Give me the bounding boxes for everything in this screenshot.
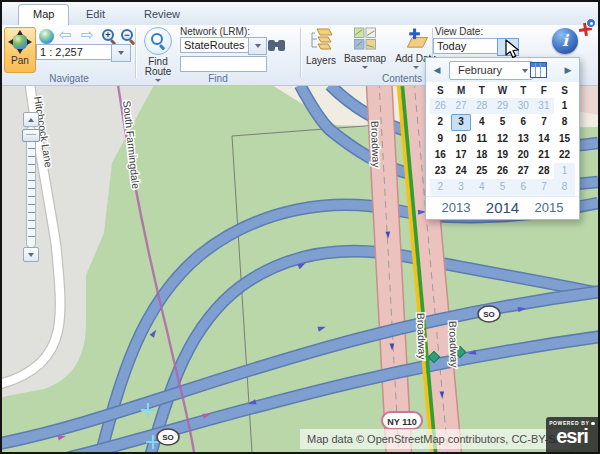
svg-text:NY 110: NY 110 (387, 417, 416, 427)
calendar-date[interactable]: 8 (554, 179, 575, 195)
calendar-date[interactable]: 22 (554, 147, 575, 163)
calendar-day-header: T (471, 83, 492, 98)
svg-text:SO: SO (483, 310, 495, 319)
map-zoom-slider[interactable] (22, 112, 39, 262)
route-search-input[interactable] (180, 56, 267, 72)
calendar-date[interactable]: 15 (554, 131, 575, 147)
calendar-date[interactable]: 19 (492, 147, 513, 163)
zoom-slider-down-button[interactable] (23, 247, 39, 262)
road-label-broadway: Broadway (369, 121, 383, 169)
binoculars-icon[interactable] (268, 38, 286, 51)
calendar-date[interactable]: 27 (513, 163, 534, 179)
calendar-year[interactable]: 2013 (441, 200, 470, 215)
layers-button[interactable]: Layers (303, 27, 339, 66)
chevron-down-icon (362, 66, 368, 69)
calendar-day-header: F (534, 83, 555, 98)
calendar-grid-icon[interactable] (530, 62, 547, 78)
group-label-find: Find (136, 73, 300, 84)
calendar-date[interactable]: 7 (534, 179, 555, 195)
calendar-date[interactable]: 1 (554, 98, 575, 114)
calendar-date[interactable]: 14 (534, 131, 555, 147)
info-button[interactable]: i (552, 28, 578, 54)
svg-text:SO: SO (162, 433, 174, 442)
calendar-date[interactable]: 5 (492, 179, 513, 195)
calendar-date[interactable]: 28 (471, 98, 492, 114)
calendar-date[interactable]: 3 (451, 179, 472, 195)
calendar-month-label: February (458, 64, 502, 76)
tab-bar: Map Edit Review (2, 2, 598, 26)
calendar-date[interactable]: 4 (471, 179, 492, 195)
pan-button[interactable]: Pan (4, 27, 36, 73)
map-attribution: Map data © OpenStreetMap contributors, C… (300, 429, 570, 449)
calendar-date[interactable]: 28 (534, 163, 555, 179)
calendar-date[interactable]: 26 (492, 163, 513, 179)
road-label-broadway: Broadway (447, 321, 461, 369)
zoom-slider-handle[interactable] (22, 129, 40, 142)
calendar-date[interactable]: 21 (534, 147, 555, 163)
zoom-slider-ticks (28, 148, 35, 242)
calendar-next-month-button[interactable]: ▶ (562, 63, 574, 77)
calendar-date[interactable]: 24 (451, 163, 472, 179)
pan-globe-icon (9, 31, 31, 53)
tab-edit[interactable]: Edit (72, 5, 119, 24)
calendar-date[interactable]: 12 (492, 131, 513, 147)
calendar-day-header: S (430, 83, 451, 98)
zoom-out-icon[interactable]: − (121, 29, 136, 44)
calendar-date[interactable]: 16 (430, 147, 451, 163)
tab-review[interactable]: Review (130, 5, 194, 24)
group-separator (300, 28, 301, 78)
full-extent-globe-icon[interactable] (39, 29, 54, 44)
calendar-date[interactable]: 20 (513, 147, 534, 163)
zoom-in-icon[interactable]: + (102, 29, 117, 44)
calendar-date[interactable]: 6 (513, 179, 534, 195)
network-select[interactable]: StateRoutes (180, 37, 250, 53)
calendar-date[interactable]: 4 (471, 114, 492, 130)
calendar-prev-month-button[interactable]: ◀ (431, 63, 443, 77)
basemap-icon (353, 27, 377, 51)
previous-extent-icon[interactable]: ⇦ (59, 26, 72, 44)
network-lrm-label: Network (LRM): (180, 26, 250, 37)
find-route-button[interactable]: Find Route (141, 27, 175, 79)
calendar-year[interactable]: 2015 (535, 200, 564, 215)
calendar-date[interactable]: 11 (471, 131, 492, 147)
scale-dropdown-button[interactable] (111, 44, 131, 62)
route-shield-ny110: NY 110 (382, 412, 422, 429)
calendar-date[interactable]: 5 (492, 114, 513, 130)
calendar-day-headers: SMTWTFS (430, 83, 575, 98)
calendar-date[interactable]: 13 (513, 131, 534, 147)
calendar-date[interactable]: 1 (554, 163, 575, 179)
layers-icon (308, 27, 334, 53)
calendar-date[interactable]: 8 (554, 114, 575, 130)
zoom-slider-up-button[interactable] (23, 112, 39, 127)
route-tool-icon[interactable] (578, 22, 594, 38)
calendar-date[interactable]: 30 (513, 98, 534, 114)
calendar-date[interactable]: 25 (471, 163, 492, 179)
tab-map[interactable]: Map (18, 4, 69, 27)
calendar-date[interactable]: 17 (451, 147, 472, 163)
calendar-date[interactable]: 26 (430, 98, 451, 114)
network-dropdown-button[interactable] (248, 37, 267, 55)
basemap-button[interactable]: Basemap (342, 27, 388, 69)
calendar-date[interactable]: 18 (471, 147, 492, 163)
calendar-grid: 2627282930311234567891011121314151617181… (430, 98, 575, 196)
view-date-input[interactable]: Today (433, 38, 499, 54)
next-extent-icon[interactable]: ⇨ (81, 26, 94, 44)
scale-input[interactable]: 1 : 2,257 (36, 44, 116, 60)
calendar-date[interactable]: 3 (451, 114, 472, 130)
calendar-date[interactable]: 2 (430, 179, 451, 195)
calendar-month-select[interactable]: February (449, 61, 533, 80)
calendar-year-selected[interactable]: 2014 (486, 199, 519, 216)
calendar-day-header: M (451, 83, 472, 98)
chevron-down-icon (413, 66, 419, 69)
calendar-date[interactable]: 31 (534, 98, 555, 114)
calendar-date[interactable]: 2 (430, 114, 451, 130)
calendar-date[interactable]: 10 (451, 131, 472, 147)
chevron-down-icon (28, 253, 34, 257)
calendar-date[interactable]: 6 (513, 114, 534, 130)
calendar-date[interactable]: 7 (534, 114, 555, 130)
group-separator (135, 28, 136, 78)
calendar-date[interactable]: 29 (492, 98, 513, 114)
calendar-date[interactable]: 23 (430, 163, 451, 179)
calendar-date[interactable]: 27 (451, 98, 472, 114)
calendar-date[interactable]: 9 (430, 131, 451, 147)
